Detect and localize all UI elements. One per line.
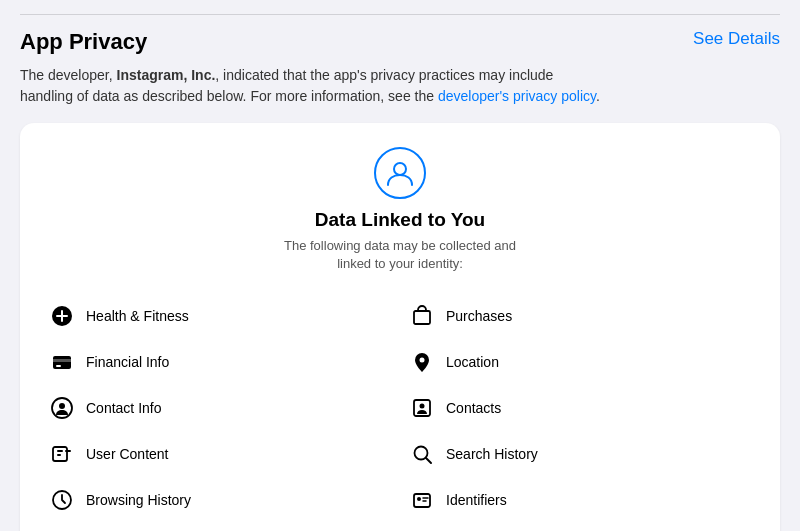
data-item: Health & Fitness xyxy=(40,293,400,339)
data-grid: Health & Fitness Purchases Financial Inf… xyxy=(40,293,760,531)
purchases-icon xyxy=(408,302,436,330)
description-text: The developer, Instagram, Inc., indicate… xyxy=(20,65,600,107)
svg-point-6 xyxy=(420,358,425,363)
data-item: Identifiers xyxy=(400,477,760,523)
svg-point-10 xyxy=(420,404,425,409)
browsing-history-icon xyxy=(48,486,76,514)
svg-rect-13 xyxy=(57,454,61,456)
location-label: Location xyxy=(446,354,499,370)
user-content-icon xyxy=(48,440,76,468)
user-icon xyxy=(384,157,416,189)
data-item: Location xyxy=(400,339,760,385)
svg-rect-2 xyxy=(414,311,430,324)
svg-rect-3 xyxy=(53,356,71,369)
see-details-link[interactable]: See Details xyxy=(693,29,780,49)
card-title: Data Linked to You xyxy=(315,209,485,231)
browsing-history-label: Browsing History xyxy=(86,492,191,508)
data-item: Financial Info xyxy=(40,339,400,385)
svg-rect-5 xyxy=(56,365,61,367)
contact-info-icon xyxy=(48,394,76,422)
location-icon xyxy=(408,348,436,376)
data-item: Contacts xyxy=(400,385,760,431)
data-item: Browsing History xyxy=(40,477,400,523)
svg-point-8 xyxy=(59,403,65,409)
svg-rect-4 xyxy=(53,359,71,362)
top-divider xyxy=(20,14,780,15)
svg-rect-12 xyxy=(57,450,63,452)
description-period: . xyxy=(596,88,600,104)
contact-info-label: Contact Info xyxy=(86,400,162,416)
contacts-icon xyxy=(408,394,436,422)
svg-rect-18 xyxy=(414,494,430,507)
page-container: App Privacy See Details The developer, I… xyxy=(0,0,800,531)
financial-info-icon xyxy=(48,348,76,376)
contacts-label: Contacts xyxy=(446,400,501,416)
data-item: Contact Info xyxy=(40,385,400,431)
card-subtitle: The following data may be collected andl… xyxy=(284,237,516,273)
identifiers-icon xyxy=(408,486,436,514)
privacy-policy-link[interactable]: developer's privacy policy xyxy=(438,88,596,104)
description-before: The developer, xyxy=(20,67,117,83)
svg-point-0 xyxy=(394,163,406,175)
header-section: App Privacy See Details xyxy=(20,29,780,55)
data-item: Purchases xyxy=(400,293,760,339)
financial-info-label: Financial Info xyxy=(86,354,169,370)
purchases-label: Purchases xyxy=(446,308,512,324)
developer-name: Instagram, Inc. xyxy=(117,67,216,83)
data-item: Search History xyxy=(400,431,760,477)
search-history-label: Search History xyxy=(446,446,538,462)
health-icon xyxy=(48,302,76,330)
data-item: Usage Data xyxy=(40,523,400,531)
svg-rect-14 xyxy=(65,450,71,452)
data-item: User Content xyxy=(40,431,400,477)
privacy-card: Data Linked to You The following data ma… xyxy=(20,123,780,531)
data-item: Sensitive Info xyxy=(400,523,760,531)
app-privacy-title: App Privacy xyxy=(20,29,147,55)
identifiers-label: Identifiers xyxy=(446,492,507,508)
health-fitness-label: Health & Fitness xyxy=(86,308,189,324)
svg-point-19 xyxy=(417,497,421,501)
svg-line-16 xyxy=(426,458,431,463)
card-header: Data Linked to You The following data ma… xyxy=(40,147,760,273)
user-icon-circle xyxy=(374,147,426,199)
search-history-icon xyxy=(408,440,436,468)
user-content-label: User Content xyxy=(86,446,168,462)
